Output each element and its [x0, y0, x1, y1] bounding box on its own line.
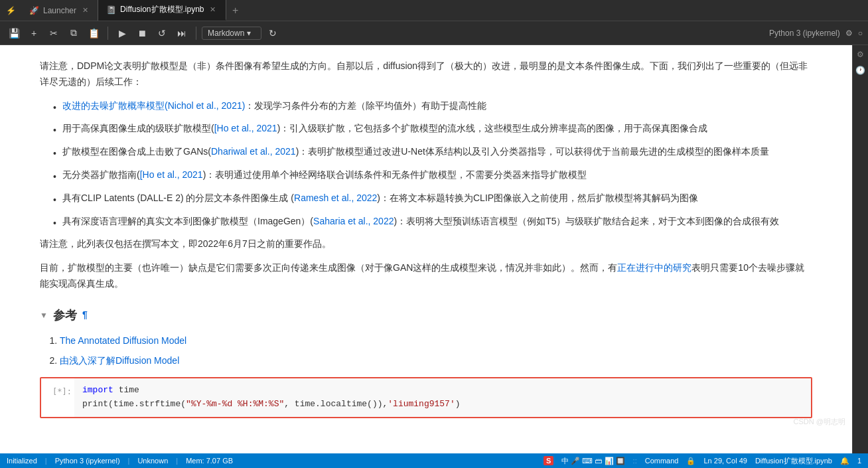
heading-anchor-icon[interactable]: ¶ — [82, 307, 88, 323]
status-command: Command — [645, 457, 679, 465]
toolbar: 💾 + ✂ ⧉ 📋 ▶ ⏹ ↺ ⏭ Markdown ▾ ↻ Python 3 … — [0, 21, 868, 45]
ref-heading: ▼ 参考 ¶ — [40, 305, 812, 326]
right-panel-btn-2[interactable]: 🕐 — [853, 64, 867, 77]
name-string: 'liuming9157' — [388, 399, 455, 409]
bullet-dot-3: • — [53, 146, 57, 162]
ref-link-1[interactable]: The Annotated Diffusion Model — [60, 335, 186, 346]
security-icon: 🔒 — [686, 457, 695, 465]
bullet-item-3: • 扩散模型在图像合成上击败了GANs(Dhariwal et al., 202… — [53, 144, 812, 162]
content-area: 请注意，DDPM论文表明扩散模型是（非）条件图像有希望生成的方向。自那以后，di… — [0, 45, 852, 439]
cell-gutter: [*]: — [41, 378, 74, 417]
new-tab-button[interactable]: + — [226, 0, 245, 21]
unknown-label: Unknown — [137, 457, 168, 465]
initialized-label: Initialized — [7, 457, 37, 465]
bullet-dot-1: • — [53, 100, 57, 116]
status-bar: Initialized | Python 3 (ipykernel) | Unk… — [0, 453, 868, 468]
launcher-icon: 🚀 — [29, 6, 39, 15]
tab-launcher-close[interactable]: ✕ — [80, 6, 90, 15]
notebook-content[interactable]: 请注意，DDPM论文表明扩散模型是（非）条件图像有希望生成的方向。自那以后，di… — [0, 45, 852, 453]
bullet-item-5: • 具有CLIP Latents (DALL-E 2) 的分层文本条件图像生成 … — [53, 191, 812, 208]
title-bar: ⚡ 🚀 Launcher ✕ 📓 Diffusion扩散模型.ipynb ✕ + — [0, 0, 868, 21]
code-line-1: import time — [82, 384, 803, 398]
cut-button[interactable]: ✂ — [45, 25, 62, 42]
kernel-circle-icon: ○ — [858, 29, 863, 38]
paste-button[interactable]: 📋 — [85, 25, 102, 42]
stop-button[interactable]: ⏹ — [133, 25, 151, 42]
kernel-label: Python 3 (ipykernel) — [55, 457, 120, 465]
conclusion-text-1: 目前，扩散模型的主要（也许唯一）缺点是它们需要多次正向传递来生成图像（对于像GA… — [40, 262, 617, 273]
ref-link-2[interactable]: 由浅入深了解Diffusion Model — [60, 355, 179, 366]
cell-execution-count: [*]: — [52, 385, 72, 398]
status-icons: 中 🎤 ⌨ 🗃 📊 🔲 — [561, 456, 624, 466]
code-line-2: print(time.strftime("%Y-%m-%d %H:%M:%S",… — [82, 398, 803, 412]
bullet-text-5: 具有CLIP Latents (DALL-E 2) 的分层文本条件图像生成 (R… — [62, 191, 698, 206]
csdn-logo: S — [543, 456, 553, 465]
cell-type-chevron: ▾ — [247, 29, 251, 38]
filename-label: Diffusion扩散模型.ipynb — [755, 456, 832, 466]
code-content[interactable]: import time print(time.strftime("%Y-%m-%… — [74, 378, 811, 417]
bullet-dot-4: • — [53, 169, 57, 185]
heading-collapse-icon[interactable]: ▼ — [40, 309, 48, 322]
ho2021b-link[interactable]: [Ho et al., 2021 — [140, 169, 203, 180]
right-panel-btn-1[interactable]: ⚙ — [855, 48, 866, 61]
tab-notebook-label: Diffusion扩散模型.ipynb — [120, 4, 204, 15]
bullet-list: • 改进的去噪扩散概率模型(Nichol et al., 2021)：发现学习条… — [53, 98, 812, 232]
ho2021-link[interactable]: [Ho et al., 2021 — [214, 123, 277, 133]
status-number: 1 — [857, 457, 861, 465]
toolbar-sep-1 — [108, 27, 108, 40]
restart-button[interactable]: ↺ — [153, 25, 171, 42]
bullet-item-6: • 具有深度语言理解的真实文本到图像扩散模型（ImageGen）(Saharia… — [53, 214, 812, 232]
bullet-dot-5: • — [53, 193, 57, 208]
bell-icon: 🔔 — [840, 457, 849, 465]
reference-list: The Annotated Diffusion Model 由浅入深了解Diff… — [60, 333, 812, 369]
status-ln-col: Ln 29, Col 49 — [703, 457, 747, 465]
tab-launcher[interactable]: 🚀 Launcher ✕ — [21, 0, 98, 21]
code-cell-inner: [*]: import time print(time.strftime("%Y… — [41, 378, 811, 417]
bullet-item-4: • 无分类器扩散指南([Ho et al., 2021)：表明通过使用单个神经网… — [53, 167, 812, 185]
bullet-text-4: 无分类器扩散指南([Ho et al., 2021)：表明通过使用单个神经网络联… — [62, 167, 587, 183]
kernel-settings-icon[interactable]: ⚙ — [845, 29, 853, 38]
run-button[interactable]: ▶ — [113, 25, 131, 42]
tab-notebook-close[interactable]: ✕ — [208, 5, 218, 15]
save-button[interactable]: 💾 — [5, 25, 23, 42]
bullet-item-1: • 改进的去噪扩散概率模型(Nichol et al., 2021)：发现学习条… — [53, 98, 812, 116]
status-unknown: Unknown — [137, 457, 168, 465]
status-kernel: Python 3 (ipykernel) — [55, 457, 120, 465]
status-mem: Mem: 7.07 GB — [186, 457, 233, 465]
kernel-name-label: Python 3 (ipykernel) — [769, 29, 840, 38]
status-sep-3: | — [176, 457, 178, 465]
chinese-input-icon[interactable]: 中 — [561, 457, 569, 465]
tab-area: 🚀 Launcher ✕ 📓 Diffusion扩散模型.ipynb ✕ + — [21, 0, 863, 21]
ongoing-research-link[interactable]: 正在进行中的研究 — [617, 262, 691, 273]
cell-type-label: Markdown — [208, 29, 244, 38]
ref-item-1: The Annotated Diffusion Model — [60, 333, 812, 349]
tab-notebook[interactable]: 📓 Diffusion扩散模型.ipynb ✕ — [98, 0, 226, 21]
note-paragraph: 请注意，此列表仅包括在撰写本文，即2022年6月7日之前的重要作品。 — [40, 236, 812, 252]
bullet-text-6: 具有深度语言理解的真实文本到图像扩散模型（ImageGen）(Saharia e… — [62, 214, 779, 230]
app-icon: ⚡ — [5, 5, 16, 16]
status-right: S 中 🎤 ⌨ 🗃 📊 🔲 :: Command 🔒 Ln 29, Col 49… — [543, 456, 861, 466]
watermark: CSDN @明志明 — [794, 417, 845, 427]
mem-label: Mem: 7.07 GB — [186, 457, 233, 465]
ref-item-2: 由浅入深了解Diffusion Model — [60, 353, 812, 369]
fast-forward-button[interactable]: ⏭ — [173, 25, 190, 42]
status-sep-2: | — [128, 457, 130, 465]
bullet-text-1: 改进的去噪扩散概率模型(Nichol et al., 2021)：发现学习条件分… — [62, 98, 486, 114]
print-fn: print(time.strftime( — [82, 399, 186, 409]
add-cell-button[interactable]: + — [25, 25, 42, 42]
status-initialized: Initialized — [7, 457, 37, 465]
bullet-dot-6: • — [53, 216, 57, 232]
bullet-text-3: 扩散模型在图像合成上击败了GANs(Dhariwal et al., 2021)… — [62, 144, 769, 160]
code-cell[interactable]: [*]: import time print(time.strftime("%Y… — [40, 377, 812, 418]
toolbar-sep-2 — [196, 27, 196, 40]
copy-button[interactable]: ⧉ — [65, 25, 82, 42]
ramesh-link[interactable]: Ramesh et al., 2022 — [294, 193, 377, 203]
cell-type-selector[interactable]: Markdown ▾ — [202, 27, 261, 40]
kernel-info: Python 3 (ipykernel) ⚙ ○ — [769, 29, 863, 38]
nichol-link[interactable]: 改进的去噪扩散概率模型(Nichol et al., 2021) — [62, 100, 245, 111]
saharia-link[interactable]: Saharia et al., 2022 — [313, 216, 394, 226]
status-filename: Diffusion扩散模型.ipynb — [755, 456, 832, 466]
dhariwal-link[interactable]: Dhariwal et al., 2021 — [211, 146, 296, 157]
status-sep-1: | — [45, 457, 47, 465]
refresh-button[interactable]: ↻ — [264, 25, 281, 42]
